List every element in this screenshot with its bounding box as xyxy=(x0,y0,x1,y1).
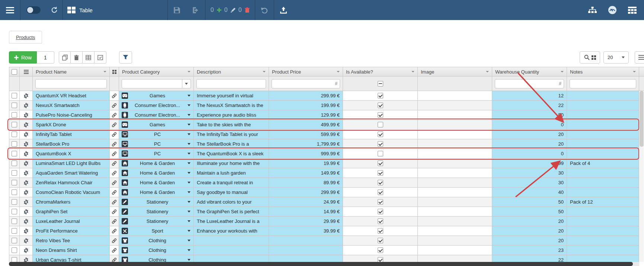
product-name-cell[interactable]: Neon Dreams Shirt xyxy=(33,246,110,255)
row-checkbox[interactable] xyxy=(12,112,17,118)
product-category-cell[interactable]: PC xyxy=(119,130,194,139)
gear-icon[interactable] xyxy=(23,200,29,205)
warehouse-quantity-cell[interactable]: 23 xyxy=(492,246,567,255)
product-price-cell[interactable]: 19.99 € xyxy=(269,159,343,168)
link-icon[interactable] xyxy=(112,142,117,147)
upload-button[interactable] xyxy=(274,0,293,20)
link-icon[interactable] xyxy=(112,238,117,243)
image-cell[interactable] xyxy=(418,188,492,197)
category-dropdown-icon[interactable] xyxy=(188,201,190,203)
category-dropdown-icon[interactable] xyxy=(188,124,190,126)
row-settings-cell[interactable] xyxy=(20,178,33,188)
description-cell[interactable]: The NexusX Smartwatch is the xyxy=(194,101,269,110)
row-link-cell[interactable] xyxy=(110,246,119,255)
description-cell[interactable]: The GraphiPen Set is perfect xyxy=(194,207,269,217)
row-link-cell[interactable] xyxy=(110,207,119,217)
filter-description-input[interactable] xyxy=(196,79,266,88)
row-link-cell[interactable] xyxy=(110,149,119,159)
image-cell[interactable] xyxy=(418,178,492,188)
row-checkbox[interactable] xyxy=(12,218,17,224)
category-dropdown-icon[interactable] xyxy=(188,162,190,164)
link-icon[interactable] xyxy=(112,103,117,108)
image-cell[interactable] xyxy=(418,91,492,101)
row-settings-cell[interactable] xyxy=(20,101,33,110)
gear-icon[interactable] xyxy=(23,93,29,98)
row-select-cell[interactable] xyxy=(9,236,20,246)
product-category-cell[interactable]: Stationery xyxy=(119,217,194,226)
row-checkbox[interactable] xyxy=(12,228,17,234)
filter-available-checkbox[interactable] xyxy=(378,81,383,87)
sort-chevron-icon[interactable] xyxy=(411,71,414,72)
available-checkbox[interactable] xyxy=(378,180,383,185)
notes-cell[interactable] xyxy=(567,139,639,149)
sort-chevron-icon[interactable] xyxy=(263,71,266,72)
product-name-cell[interactable]: Retro Vibes Tee xyxy=(33,236,110,246)
available-checkbox[interactable] xyxy=(378,247,383,253)
row-checkbox[interactable] xyxy=(12,132,17,137)
warehouse-quantity-cell[interactable]: 20 xyxy=(492,130,567,139)
row-count-input[interactable] xyxy=(37,51,54,64)
available-checkbox[interactable] xyxy=(378,141,383,147)
product-price-cell[interactable]: 1,799.99 € xyxy=(269,139,343,149)
available-checkbox[interactable] xyxy=(378,132,383,137)
description-cell[interactable]: Take to the skies with the xyxy=(194,120,269,130)
category-dropdown-icon[interactable] xyxy=(188,133,190,135)
link-icon[interactable] xyxy=(112,209,117,214)
product-name-cell[interactable]: LuxeLeather Journal xyxy=(33,217,110,226)
category-dropdown-icon[interactable] xyxy=(188,191,190,193)
filter-quantity-input[interactable] xyxy=(495,79,564,88)
product-price-cell[interactable]: 29.99 € xyxy=(269,217,343,226)
available-checkbox[interactable] xyxy=(378,151,383,156)
notes-cell[interactable] xyxy=(567,101,639,110)
is-available-cell[interactable] xyxy=(343,197,418,207)
gear-icon[interactable] xyxy=(23,219,29,224)
warehouse-quantity-cell[interactable]: 50 xyxy=(492,197,567,207)
warehouse-quantity-cell[interactable]: 22 xyxy=(492,101,567,110)
image-cell[interactable] xyxy=(418,207,492,217)
warehouse-quantity-cell[interactable]: 20 xyxy=(492,226,567,236)
description-cell[interactable]: The LuxeLeather Journal is a xyxy=(194,217,269,226)
product-price-cell[interactable]: 39.99 € xyxy=(269,226,343,236)
row-checkbox[interactable] xyxy=(12,247,17,253)
row-settings-cell[interactable] xyxy=(20,217,33,226)
product-name-cell[interactable]: ChromaMarkers xyxy=(33,197,110,207)
table-tools-button[interactable] xyxy=(83,51,94,64)
image-cell[interactable] xyxy=(418,130,492,139)
notes-cell[interactable] xyxy=(567,207,639,217)
product-name-cell[interactable]: ZenRelax Hammock Chair xyxy=(33,178,110,188)
product-category-cell[interactable]: Stationery xyxy=(119,197,194,207)
link-icon[interactable] xyxy=(112,113,117,118)
row-select-cell[interactable] xyxy=(9,226,20,236)
add-row-button[interactable]: Row xyxy=(9,51,37,64)
row-checkbox[interactable] xyxy=(12,209,17,214)
undo-button[interactable] xyxy=(255,0,274,20)
row-select-cell[interactable] xyxy=(9,120,20,130)
product-name-cell[interactable]: CosmoClean Robotic Vacuum xyxy=(33,188,110,197)
row-settings-cell[interactable] xyxy=(20,197,33,207)
link-icon[interactable] xyxy=(112,228,117,234)
column-header-product-price[interactable]: Product Price xyxy=(269,67,343,77)
product-price-cell[interactable]: 999.99 € xyxy=(269,149,343,159)
available-checkbox[interactable] xyxy=(378,160,383,166)
column-header-is-available[interactable]: Is Available? xyxy=(343,67,418,77)
row-checkbox[interactable] xyxy=(12,103,17,108)
link-icon[interactable] xyxy=(112,132,117,137)
row-settings-cell[interactable] xyxy=(20,226,33,236)
row-select-cell[interactable] xyxy=(9,149,20,159)
row-checkbox[interactable] xyxy=(12,151,17,156)
row-settings-cell[interactable] xyxy=(20,149,33,159)
image-cell[interactable] xyxy=(418,110,492,120)
filter-category-select[interactable] xyxy=(122,79,191,88)
available-checkbox[interactable] xyxy=(378,228,383,234)
row-link-cell[interactable] xyxy=(110,236,119,246)
available-checkbox[interactable] xyxy=(378,112,383,118)
gear-icon[interactable] xyxy=(23,122,29,127)
available-checkbox[interactable] xyxy=(378,199,383,205)
gear-icon[interactable] xyxy=(23,238,29,243)
row-link-cell[interactable] xyxy=(110,217,119,226)
horizontal-scroll-thumb[interactable] xyxy=(9,262,633,266)
product-price-cell[interactable]: 89.99 € xyxy=(269,178,343,188)
row-select-cell[interactable] xyxy=(9,188,20,197)
warehouse-quantity-cell[interactable]: 99 xyxy=(492,159,567,168)
warehouse-quantity-cell[interactable]: 12 xyxy=(492,91,567,101)
